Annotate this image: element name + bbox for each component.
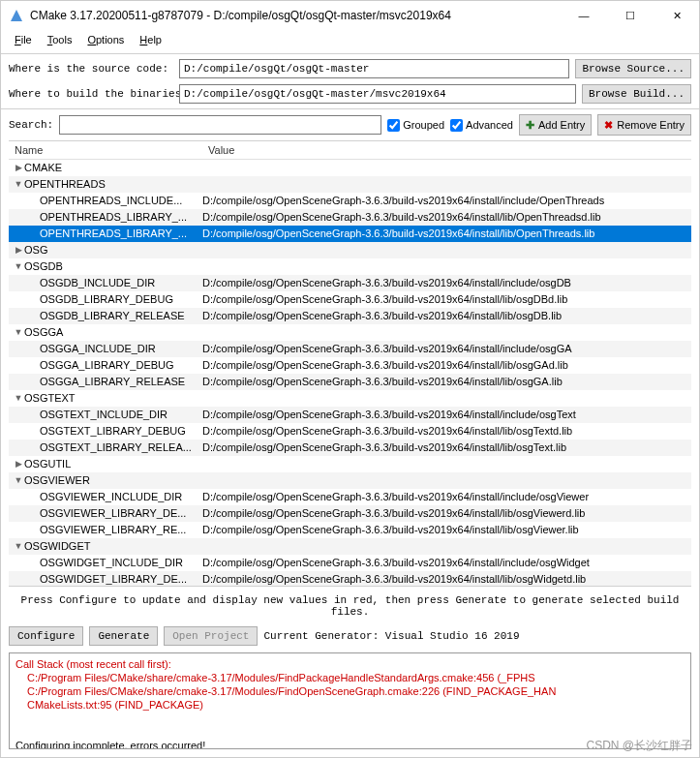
watermark: CSDN @长沙红胖子 [586,738,692,754]
tree-row-value[interactable] [202,390,691,407]
tree-row[interactable]: OSGGA_LIBRARY_DEBUGD:/compile/osg/OpenSc… [9,357,691,374]
tree-row[interactable]: OSGTEXT_LIBRARY_DEBUGD:/compile/osg/Open… [9,423,691,440]
caret-right-icon[interactable]: ▶ [13,242,24,258]
log-line: C:/Program Files/CMake/share/cmake-3.17/… [15,684,685,698]
remove-entry-button[interactable]: ✖Remove Entry [597,114,691,136]
tree-row-value[interactable]: D:/compile/osg/OpenSceneGraph-3.6.3/buil… [202,209,691,226]
tree-row-value[interactable]: D:/compile/osg/OpenSceneGraph-3.6.3/buil… [202,505,691,522]
browse-build-button[interactable]: Browse Build... [582,84,691,104]
tree-row-name: OPENTHREADS_INCLUDE... [40,193,182,209]
advanced-checkbox[interactable]: Advanced [450,119,513,132]
caret-right-icon[interactable]: ▶ [13,160,24,176]
tree-row-value[interactable] [202,324,691,341]
build-input[interactable] [179,84,576,104]
col-value[interactable]: Value [202,141,691,159]
tree-row[interactable]: ▼OSGTEXT [9,390,691,407]
tree-row-name: OPENTHREADS_LIBRARY_... [40,209,187,226]
tree-row[interactable]: ▶OSGUTIL [9,456,691,472]
tree-row[interactable]: OSGGA_LIBRARY_RELEASED:/compile/osg/Open… [9,374,691,390]
tree-row-value[interactable]: D:/compile/osg/OpenSceneGraph-3.6.3/buil… [202,275,691,291]
caret-down-icon[interactable]: ▼ [13,538,24,555]
tree-row[interactable]: OPENTHREADS_LIBRARY_...D:/compile/osg/Op… [9,226,691,242]
tree-row-name: OSGTEXT_LIBRARY_RELEA... [40,440,192,456]
tree-row[interactable]: OPENTHREADS_INCLUDE...D:/compile/osg/Ope… [9,193,691,209]
tree-row-value[interactable]: D:/compile/osg/OpenSceneGraph-3.6.3/buil… [202,374,691,390]
tree-row-value[interactable] [202,472,691,489]
col-name[interactable]: Name [9,141,202,159]
caret-right-icon[interactable]: ▶ [13,456,24,472]
tree-row[interactable]: OSGDB_INCLUDE_DIRD:/compile/osg/OpenScen… [9,275,691,291]
tree-row-value[interactable]: D:/compile/osg/OpenSceneGraph-3.6.3/buil… [202,357,691,374]
tree-row[interactable]: OSGVIEWER_INCLUDE_DIRD:/compile/osg/Open… [9,489,691,505]
grouped-checkbox[interactable]: Grouped [387,119,444,132]
caret-down-icon[interactable]: ▼ [13,390,24,407]
tree-row[interactable]: OPENTHREADS_LIBRARY_...D:/compile/osg/Op… [9,209,691,226]
tree-row-value[interactable]: D:/compile/osg/OpenSceneGraph-3.6.3/buil… [202,440,691,456]
hint-text: Press Configure to update and display ne… [1,589,699,623]
tree-row[interactable]: OSGDB_LIBRARY_RELEASED:/compile/osg/Open… [9,308,691,324]
maximize-button[interactable]: ☐ [616,10,645,22]
menu-tools[interactable]: Tools [42,32,78,47]
tree-row[interactable]: OSGGA_INCLUDE_DIRD:/compile/osg/OpenScen… [9,341,691,357]
add-entry-button[interactable]: ✚Add Entry [519,114,592,136]
x-icon: ✖ [604,119,613,132]
menu-options[interactable]: Options [81,32,130,47]
tree-row[interactable]: OSGWIDGET_LIBRARY_DE...D:/compile/osg/Op… [9,571,691,587]
tree-row-value[interactable] [202,538,691,555]
tree-row-value[interactable]: D:/compile/osg/OpenSceneGraph-3.6.3/buil… [202,571,691,587]
tree-row-value[interactable]: D:/compile/osg/OpenSceneGraph-3.6.3/buil… [202,291,691,308]
tree-row-value[interactable]: D:/compile/osg/OpenSceneGraph-3.6.3/buil… [202,555,691,571]
caret-down-icon[interactable]: ▼ [13,258,24,275]
tree-row-value[interactable] [202,258,691,275]
tree-row[interactable]: ▼OPENTHREADS [9,176,691,193]
log-line: Configuring incomplete, errors occurred! [15,739,685,749]
open-project-button[interactable]: Open Project [164,626,258,646]
tree-row[interactable]: ▼OSGDB [9,258,691,275]
tree-row-value[interactable] [202,456,691,472]
tree-row-value[interactable]: D:/compile/osg/OpenSceneGraph-3.6.3/buil… [202,489,691,505]
tree-row[interactable]: OSGTEXT_INCLUDE_DIRD:/compile/osg/OpenSc… [9,407,691,423]
tree-row[interactable]: OSGVIEWER_LIBRARY_DE...D:/compile/osg/Op… [9,505,691,522]
tree-row-value[interactable] [202,176,691,193]
close-button[interactable]: ✕ [662,10,691,22]
minimize-button[interactable]: — [569,10,598,22]
cache-tree[interactable]: Name Value ▶CMAKE▼OPENTHREADSOPENTHREADS… [9,140,691,587]
tree-row-name: OSGDB_LIBRARY_DEBUG [40,291,173,308]
log-line: CMakeLists.txt:95 (FIND_PACKAGE) [15,698,685,712]
tree-row[interactable]: ▶CMAKE [9,160,691,176]
tree-row-name: OSGGA_LIBRARY_RELEASE [40,374,185,390]
tree-row-value[interactable]: D:/compile/osg/OpenSceneGraph-3.6.3/buil… [202,522,691,538]
tree-row[interactable]: ▼OSGVIEWER [9,472,691,489]
source-input[interactable] [179,59,569,78]
tree-row-value[interactable]: D:/compile/osg/OpenSceneGraph-3.6.3/buil… [202,341,691,357]
search-input[interactable] [59,115,381,135]
tree-row[interactable]: OSGTEXT_LIBRARY_RELEA...D:/compile/osg/O… [9,440,691,456]
menu-help[interactable]: Help [134,32,167,47]
browse-source-button[interactable]: Browse Source... [575,59,691,78]
tree-row-value[interactable] [202,160,691,176]
tree-row[interactable]: ▶OSG [9,242,691,258]
tree-row[interactable]: OSGDB_LIBRARY_DEBUGD:/compile/osg/OpenSc… [9,291,691,308]
menu-file[interactable]: File [9,32,38,47]
generator-label: Current Generator: Visual Studio 16 2019 [263,630,519,642]
tree-row[interactable]: OSGVIEWER_LIBRARY_RE...D:/compile/osg/Op… [9,522,691,538]
tree-row-name: OSGDB_LIBRARY_RELEASE [40,308,185,324]
caret-down-icon[interactable]: ▼ [13,176,24,193]
tree-row-value[interactable] [202,242,691,258]
tree-row-name: OPENTHREADS_LIBRARY_... [40,226,187,242]
tree-row-name: OSGVIEWER [24,472,90,489]
tree-row[interactable]: ▼OSGWIDGET [9,538,691,555]
caret-down-icon[interactable]: ▼ [13,472,24,489]
configure-button[interactable]: Configure [9,626,83,646]
tree-row[interactable]: ▼OSGGA [9,324,691,341]
tree-row-name: OSGVIEWER_INCLUDE_DIR [40,489,182,505]
generate-button[interactable]: Generate [89,626,158,646]
caret-down-icon[interactable]: ▼ [13,324,24,341]
tree-row-value[interactable]: D:/compile/osg/OpenSceneGraph-3.6.3/buil… [202,226,691,242]
tree-row-value[interactable]: D:/compile/osg/OpenSceneGraph-3.6.3/buil… [202,423,691,440]
tree-row-value[interactable]: D:/compile/osg/OpenSceneGraph-3.6.3/buil… [202,407,691,423]
tree-row-value[interactable]: D:/compile/osg/OpenSceneGraph-3.6.3/buil… [202,193,691,209]
tree-row-value[interactable]: D:/compile/osg/OpenSceneGraph-3.6.3/buil… [202,308,691,324]
output-log[interactable]: Call Stack (most recent call first): C:/… [9,652,691,749]
tree-row[interactable]: OSGWIDGET_INCLUDE_DIRD:/compile/osg/Open… [9,555,691,571]
